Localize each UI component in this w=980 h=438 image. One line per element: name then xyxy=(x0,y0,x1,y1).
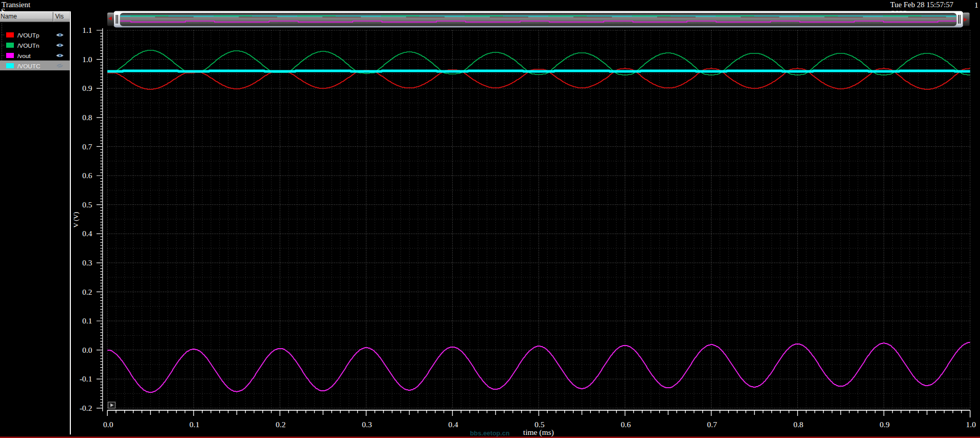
svg-text:0.1: 0.1 xyxy=(189,420,199,429)
svg-text:/vout: /vout xyxy=(17,52,31,60)
svg-text:0.1: 0.1 xyxy=(82,316,92,325)
svg-text:0.4: 0.4 xyxy=(448,420,458,429)
svg-text:0.8: 0.8 xyxy=(82,113,92,122)
svg-text:0.3: 0.3 xyxy=(82,258,92,267)
svg-text:0.9: 0.9 xyxy=(82,84,92,92)
svg-text:/VOUTp: /VOUTp xyxy=(17,32,40,39)
svg-text:0.7: 0.7 xyxy=(707,420,717,429)
svg-text:1.0: 1.0 xyxy=(966,420,976,429)
svg-text:0.6: 0.6 xyxy=(82,171,92,180)
svg-text:Name: Name xyxy=(1,13,17,20)
svg-text:time (ms): time (ms) xyxy=(523,428,554,437)
svg-text:Tue Feb 28 15:57:57: Tue Feb 28 15:57:57 xyxy=(890,1,953,9)
svg-text:Transient: Transient xyxy=(2,1,31,9)
svg-text:-0.2: -0.2 xyxy=(80,404,92,412)
svg-text:0.2: 0.2 xyxy=(82,288,92,296)
svg-text:0.7: 0.7 xyxy=(82,142,92,151)
svg-text:0.5: 0.5 xyxy=(82,200,92,209)
svg-text:V (V): V (V) xyxy=(72,212,80,227)
svg-text:0.8: 0.8 xyxy=(793,420,803,429)
svg-text:/VOUTC: /VOUTC xyxy=(17,63,41,70)
svg-text:-0.1: -0.1 xyxy=(80,374,92,383)
svg-text:bbs.eetop.cn: bbs.eetop.cn xyxy=(470,430,509,437)
svg-text:/VOUTn: /VOUTn xyxy=(17,42,40,49)
svg-text:0.4: 0.4 xyxy=(82,229,92,238)
svg-text:0.5: 0.5 xyxy=(534,420,545,429)
svg-text:0.2: 0.2 xyxy=(276,420,285,429)
svg-text:Vis: Vis xyxy=(55,13,64,20)
svg-text:0.0: 0.0 xyxy=(103,420,113,429)
svg-text:0.3: 0.3 xyxy=(362,420,372,429)
svg-text:1: 1 xyxy=(974,1,978,9)
svg-text:1.0: 1.0 xyxy=(82,55,92,64)
svg-text:1.1: 1.1 xyxy=(82,26,92,34)
svg-text:0.9: 0.9 xyxy=(880,420,890,429)
svg-text:0.0: 0.0 xyxy=(82,346,92,354)
svg-text:0.6: 0.6 xyxy=(621,420,631,429)
